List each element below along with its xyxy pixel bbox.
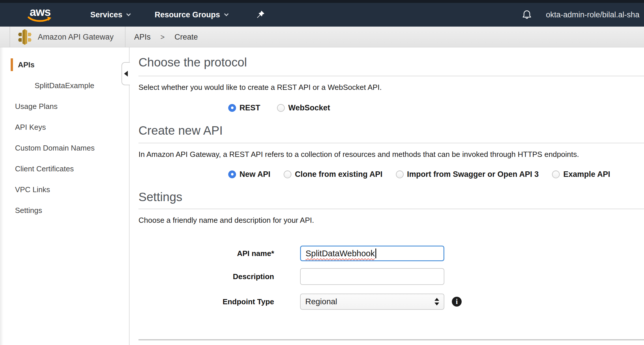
radio-unselected-icon <box>396 170 404 178</box>
radio-example-api[interactable]: Example API <box>552 170 610 179</box>
breadcrumb-apis[interactable]: APIs <box>134 32 151 41</box>
nav-services-label: Services <box>90 10 122 19</box>
info-icon[interactable] <box>452 297 462 307</box>
create-api-radio-group: New API Clone from existing API Import f… <box>228 169 644 179</box>
sidebar-collapse-button[interactable] <box>121 62 130 85</box>
endpoint-type-label: Endpoint Type <box>138 297 274 306</box>
api-gateway-icon <box>18 29 31 45</box>
api-name-row: API name* SplitDataWebhook <box>138 246 644 261</box>
radio-import-swagger[interactable]: Import from Swagger or Open API 3 <box>396 170 539 179</box>
endpoint-type-value: Regional <box>305 297 337 306</box>
api-name-input[interactable]: SplitDataWebhook <box>300 246 444 261</box>
settings-description: Choose a friendly name and description f… <box>138 216 644 225</box>
nav-services-menu[interactable]: Services <box>90 10 130 19</box>
radio-websocket[interactable]: WebSocket <box>277 103 330 112</box>
pushpin-icon[interactable] <box>255 10 265 20</box>
sidebar-item-api-keys[interactable]: API Keys <box>0 117 129 138</box>
account-menu[interactable]: okta-admin-role/bilal.al-sha <box>546 10 639 19</box>
nav-resource-groups-label: Resource Groups <box>155 10 220 19</box>
divider <box>138 143 644 143</box>
notifications-bell-icon[interactable] <box>521 9 533 21</box>
section-title-settings: Settings <box>138 190 644 204</box>
radio-unselected-icon <box>552 170 560 178</box>
settings-form: API name* SplitDataWebhook Description E… <box>138 246 644 310</box>
radio-unselected-icon <box>284 170 291 178</box>
sidebar: APIs SplitDataExample Usage Plans API Ke… <box>0 47 129 345</box>
endpoint-type-row: Endpoint Type Regional <box>138 294 644 310</box>
protocol-description: Select whether you would like to create … <box>138 83 644 92</box>
radio-new-api[interactable]: New API <box>228 170 270 179</box>
aws-smile-icon <box>28 16 53 23</box>
description-row: Description <box>138 268 644 285</box>
sidebar-item-splitdataexample[interactable]: SplitDataExample <box>0 75 129 96</box>
divider <box>138 209 644 209</box>
nav-resource-groups-menu[interactable]: Resource Groups <box>155 10 228 19</box>
browser-top-strip <box>0 0 644 3</box>
aws-top-nav: aws Services Resource Groups okta-admin-… <box>0 3 644 27</box>
sidebar-item-apis[interactable]: APIs <box>0 54 129 75</box>
section-title-protocol: Choose the protocol <box>138 55 644 69</box>
chevron-down-icon <box>224 12 229 16</box>
radio-rest[interactable]: REST <box>228 103 260 112</box>
protocol-radio-group: REST WebSocket <box>228 103 644 113</box>
api-name-value: SplitDataWebhook <box>306 249 375 258</box>
service-name[interactable]: Amazon API Gateway <box>38 32 114 41</box>
breadcrumb: APIs > Create <box>134 32 198 41</box>
radio-selected-icon <box>228 170 236 178</box>
create-description: In Amazon API Gateway, a REST API refers… <box>138 150 644 159</box>
api-name-label: API name* <box>138 249 274 258</box>
divider <box>138 76 644 76</box>
active-item-accent-bar <box>11 58 13 71</box>
section-title-create: Create new API <box>138 124 644 138</box>
description-label: Description <box>138 272 274 281</box>
divider <box>10 27 10 47</box>
section-bottom-divider <box>138 339 644 340</box>
sidebar-item-settings[interactable]: Settings <box>0 200 129 221</box>
radio-clone-existing-api[interactable]: Clone from existing API <box>284 170 383 179</box>
radio-selected-icon <box>228 104 236 112</box>
sidebar-item-client-certificates[interactable]: Client Certificates <box>0 158 129 179</box>
collapse-arrow-icon <box>124 71 128 77</box>
chevron-down-icon <box>126 12 131 16</box>
sidebar-item-vpc-links[interactable]: VPC Links <box>0 179 129 200</box>
breadcrumb-bar: Amazon API Gateway APIs > Create <box>0 27 644 47</box>
breadcrumb-create: Create <box>175 32 198 41</box>
select-stepper-icon <box>435 298 439 305</box>
sidebar-item-usage-plans[interactable]: Usage Plans <box>0 96 129 117</box>
radio-unselected-icon <box>277 104 285 112</box>
description-input[interactable] <box>300 268 444 285</box>
aws-logo[interactable]: aws <box>28 7 53 23</box>
main-content: Choose the protocol Select whether you w… <box>130 47 644 345</box>
breadcrumb-separator: > <box>160 33 165 41</box>
text-cursor <box>375 248 376 258</box>
divider <box>125 27 126 47</box>
aws-logo-text: aws <box>30 7 51 17</box>
sidebar-item-custom-domain-names[interactable]: Custom Domain Names <box>0 138 129 158</box>
endpoint-type-select[interactable]: Regional <box>300 294 444 310</box>
